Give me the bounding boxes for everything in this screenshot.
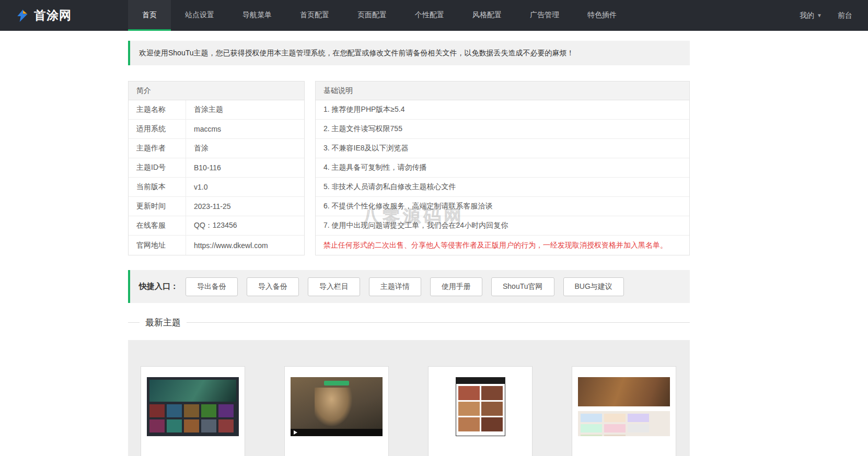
intro-row-value: maccms	[186, 120, 221, 138]
quick-entry-bar: 快捷入口： 导出备份 导入备份 导入栏目 主题详情 使用手册 ShouTu官网 …	[128, 270, 690, 303]
nav-item-ad-management[interactable]: 广告管理	[516, 0, 573, 31]
theme-thumbnail	[147, 377, 239, 436]
intro-row-label: 适用系统	[129, 120, 186, 138]
divider-line	[187, 322, 690, 323]
welcome-alert: 欢迎使用ShouTu主题，您已获得授权使用本主题管理系统，在您配置或修改文件前请…	[128, 41, 690, 65]
nav-item-style-config[interactable]: 风格配置	[458, 0, 516, 31]
logo-text: 首涂网	[34, 7, 72, 24]
nav-item-home[interactable]: 首页	[128, 0, 171, 31]
intro-row-label: 主题名称	[129, 100, 186, 119]
user-manual-button[interactable]: 使用手册	[430, 277, 482, 296]
latest-themes-section-header: 最新主题	[128, 317, 690, 329]
theme-detail-button[interactable]: 主题详情	[369, 277, 421, 296]
logo-icon	[16, 9, 29, 22]
intro-row-value: QQ：123456	[186, 216, 237, 235]
intro-row-value: 首涂	[186, 139, 209, 158]
intro-row: 适用系统 maccms	[129, 120, 304, 139]
logo[interactable]: 首涂网	[0, 0, 112, 31]
export-backup-button[interactable]: 导出备份	[186, 277, 238, 296]
top-navbar: 首涂网 首页 站点设置 导航菜单 首页配置 页面配置 个性配置 风格配置 广告管…	[0, 0, 868, 31]
intro-row: 主题作者 首涂	[129, 139, 304, 158]
intro-row: 更新时间 2023-11-25	[129, 197, 304, 216]
note-row: 6. 不提供个性化修改服务，高端定制请联系客服洽谈	[316, 197, 689, 216]
intro-row-label: 主题ID号	[129, 158, 186, 177]
theme-card[interactable]	[572, 366, 676, 456]
intro-row-label: 主题作者	[129, 139, 186, 158]
license-warning-text: 禁止任何形式的二次出售、分享他人等侵害作者及正版用户的行为，一经发现取消授权资格…	[316, 236, 689, 255]
bug-suggestion-button[interactable]: BUG与建议	[563, 277, 624, 296]
theme-card[interactable]	[428, 366, 533, 456]
theme-card[interactable]	[284, 366, 389, 456]
intro-row-label: 更新时间	[129, 197, 186, 216]
intro-row: 主题名称 首涂主题	[129, 100, 304, 120]
note-row: 4. 主题具备可复制性，请勿传播	[316, 158, 689, 178]
frontend-link[interactable]: 前台	[838, 11, 852, 20]
note-row: 1. 推荐使用PHP版本≥5.4	[316, 100, 689, 120]
nav-item-page-config[interactable]: 页面配置	[343, 0, 401, 31]
my-account-label: 我的	[800, 11, 814, 20]
import-category-button[interactable]: 导入栏目	[308, 277, 360, 296]
nav-item-personal-config[interactable]: 个性配置	[401, 0, 458, 31]
intro-row: 官网地址 https://www.dkewl.com	[129, 236, 304, 255]
my-account-dropdown[interactable]: 我的 ▼	[800, 11, 822, 20]
chevron-down-icon: ▼	[817, 13, 822, 18]
main-nav: 首页 站点设置 导航菜单 首页配置 页面配置 个性配置 风格配置 广告管理 特色…	[128, 0, 631, 31]
nav-item-featured-plugins[interactable]: 特色插件	[573, 0, 631, 31]
latest-themes-grid	[128, 340, 690, 456]
intro-panel-title: 简介	[129, 81, 304, 100]
frontend-label: 前台	[838, 11, 852, 20]
latest-themes-title: 最新主题	[145, 317, 181, 329]
intro-row-label: 在线客服	[129, 216, 186, 235]
intro-row-value: B10-116	[186, 158, 221, 177]
welcome-alert-text: 欢迎使用ShouTu主题，您已获得授权使用本主题管理系统，在您配置或修改文件前请…	[139, 49, 574, 58]
notes-panel-title: 基础说明	[316, 81, 689, 100]
note-row: 2. 主题文件读写权限755	[316, 120, 689, 139]
main-content: 欢迎使用ShouTu主题，您已获得授权使用本主题管理系统，在您配置或修改文件前请…	[128, 41, 690, 456]
official-site-url: https://www.dkewl.com	[186, 236, 268, 255]
play-icon	[294, 430, 297, 435]
theme-card[interactable]	[141, 366, 245, 456]
intro-row-value: 首涂主题	[186, 100, 223, 119]
intro-row: 当前版本 v1.0	[129, 178, 304, 197]
import-backup-button[interactable]: 导入备份	[247, 277, 299, 296]
official-site-button[interactable]: ShouTu官网	[491, 277, 554, 296]
navbar-right: 我的 ▼ 前台	[800, 0, 868, 31]
notes-panel: 基础说明 1. 推荐使用PHP版本≥5.4 2. 主题文件读写权限755 3. …	[315, 81, 690, 255]
nav-item-site-settings[interactable]: 站点设置	[171, 0, 228, 31]
intro-row-label: 当前版本	[129, 178, 186, 196]
note-row: 3. 不兼容IE8及以下浏览器	[316, 139, 689, 158]
theme-thumbnail	[578, 377, 670, 436]
info-panels: 简介 主题名称 首涂主题 适用系统 maccms 主题作者 首涂 主题ID号 B…	[128, 81, 690, 255]
nav-item-homepage-config[interactable]: 首页配置	[286, 0, 343, 31]
intro-row: 主题ID号 B10-116	[129, 158, 304, 178]
divider-line	[128, 322, 140, 323]
quick-entry-label: 快捷入口：	[139, 282, 178, 291]
nav-item-nav-menu[interactable]: 导航菜单	[228, 0, 286, 31]
intro-row-value: 2023-11-25	[186, 197, 231, 216]
intro-panel: 简介 主题名称 首涂主题 适用系统 maccms 主题作者 首涂 主题ID号 B…	[128, 81, 305, 255]
intro-row: 在线客服 QQ：123456	[129, 216, 304, 236]
intro-row-value: v1.0	[186, 178, 207, 196]
theme-thumbnail	[456, 377, 505, 436]
intro-row-label: 官网地址	[129, 236, 186, 255]
note-row: 7. 使用中出现问题请提交工单，我们会在24小时内回复你	[316, 216, 689, 236]
theme-thumbnail	[291, 377, 383, 436]
note-row: 5. 非技术人员请勿私自修改主题核心文件	[316, 178, 689, 197]
